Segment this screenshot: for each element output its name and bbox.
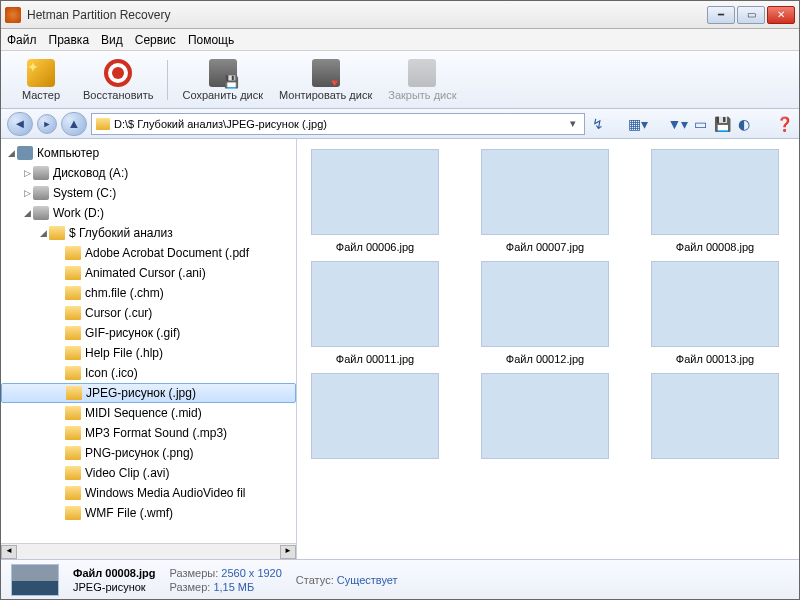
menu-service[interactable]: Сервис bbox=[135, 33, 176, 47]
preview-button[interactable]: ▭ bbox=[691, 115, 709, 133]
tree-toggle[interactable]: ▷ bbox=[21, 168, 33, 178]
tree-drive-a[interactable]: ▷Дисковод (A:) bbox=[1, 163, 296, 183]
wizard-label: Мастер bbox=[22, 89, 60, 101]
tree-folder-7[interactable]: JPEG-рисунок (.jpg) bbox=[1, 383, 296, 403]
folder-icon bbox=[49, 226, 65, 240]
thumbnail-item[interactable]: Файл 00013.jpg bbox=[645, 261, 785, 365]
window-title: Hetman Partition Recovery bbox=[27, 8, 707, 22]
tree-toggle[interactable]: ◢ bbox=[5, 148, 17, 158]
options-button[interactable]: ◐ bbox=[735, 115, 753, 133]
scroll-track[interactable] bbox=[17, 545, 280, 559]
detail-status-label: Статус: bbox=[296, 574, 334, 586]
minimize-button[interactable]: ━ bbox=[707, 6, 735, 24]
thumbnail-image bbox=[481, 149, 609, 235]
tree-folder-0[interactable]: Adobe Acrobat Document (.pdf bbox=[1, 243, 296, 263]
tree-label: PNG-рисунок (.png) bbox=[85, 446, 194, 460]
thumbnail-item[interactable]: Файл 00011.jpg bbox=[305, 261, 445, 365]
tree-folder-2[interactable]: chm.file (.chm) bbox=[1, 283, 296, 303]
thumbnail-item[interactable]: Файл 00012.jpg bbox=[475, 261, 615, 365]
nav-up-button[interactable]: ▲ bbox=[61, 112, 87, 136]
menu-help[interactable]: Помощь bbox=[188, 33, 234, 47]
tree-drive-c[interactable]: ▷System (C:) bbox=[1, 183, 296, 203]
nav-forward-button[interactable]: ► bbox=[37, 114, 57, 134]
tree-label: MIDI Sequence (.mid) bbox=[85, 406, 202, 420]
thumbnail-item[interactable]: Файл 00008.jpg bbox=[645, 149, 785, 253]
tree-drive-d[interactable]: ◢Work (D:) bbox=[1, 203, 296, 223]
tree-label: Help File (.hlp) bbox=[85, 346, 163, 360]
folder-icon bbox=[65, 326, 81, 340]
folder-icon bbox=[65, 366, 81, 380]
tree-folder-8[interactable]: MIDI Sequence (.mid) bbox=[1, 403, 296, 423]
tree-toggle[interactable]: ◢ bbox=[21, 208, 33, 218]
tree-label: Work (D:) bbox=[53, 206, 104, 220]
tree-toggle[interactable]: ▷ bbox=[21, 188, 33, 198]
tree-folder-5[interactable]: Help File (.hlp) bbox=[1, 343, 296, 363]
save-button[interactable]: 💾 bbox=[713, 115, 731, 133]
tree-folder-1[interactable]: Animated Cursor (.ani) bbox=[1, 263, 296, 283]
thumbnail-image bbox=[311, 261, 439, 347]
close-disk-label: Закрыть диск bbox=[388, 89, 456, 101]
drive-icon bbox=[33, 166, 49, 180]
save-disk-label: Сохранить диск bbox=[182, 89, 263, 101]
thumbnail-image bbox=[481, 261, 609, 347]
tree-label: Video Clip (.avi) bbox=[85, 466, 169, 480]
navbar: ◄ ► ▲ D:\$ Глубокий анализ\JPEG-рисунок … bbox=[1, 109, 799, 139]
drive-icon bbox=[33, 206, 49, 220]
menu-view[interactable]: Вид bbox=[101, 33, 123, 47]
address-bar[interactable]: D:\$ Глубокий анализ\JPEG-рисунок (.jpg)… bbox=[91, 113, 585, 135]
restore-label: Восстановить bbox=[83, 89, 153, 101]
tree-label: JPEG-рисунок (.jpg) bbox=[86, 386, 196, 400]
tree-root[interactable]: ◢Компьютер bbox=[1, 143, 296, 163]
tree-folder-13[interactable]: WMF File (.wmf) bbox=[1, 503, 296, 523]
folder-icon bbox=[65, 246, 81, 260]
tree-folder-3[interactable]: Cursor (.cur) bbox=[1, 303, 296, 323]
wand-icon bbox=[27, 59, 55, 87]
restore-button[interactable]: Восстановить bbox=[77, 54, 159, 106]
tree-folder-10[interactable]: PNG-рисунок (.png) bbox=[1, 443, 296, 463]
mount-disk-button[interactable]: Монтировать диск bbox=[273, 54, 378, 106]
menu-edit[interactable]: Правка bbox=[49, 33, 90, 47]
tree-toggle[interactable]: ◢ bbox=[37, 228, 49, 238]
folder-icon bbox=[65, 446, 81, 460]
address-path: D:\$ Глубокий анализ\JPEG-рисунок (.jpg) bbox=[114, 118, 562, 130]
scroll-right-button[interactable]: ► bbox=[280, 545, 296, 559]
tree-label: System (C:) bbox=[53, 186, 116, 200]
menubar: Файл Правка Вид Сервис Помощь bbox=[1, 29, 799, 51]
tree-deep-analysis[interactable]: ◢$ Глубокий анализ bbox=[1, 223, 296, 243]
thumbnail-item[interactable] bbox=[645, 373, 785, 465]
save-disk-button[interactable]: Сохранить диск bbox=[176, 54, 269, 106]
detail-filename: Файл 00008.jpg bbox=[73, 567, 155, 579]
tree-label: Windows Media AudioVideo fil bbox=[85, 486, 246, 500]
maximize-button[interactable]: ▭ bbox=[737, 6, 765, 24]
view-mode-button[interactable]: ▦▾ bbox=[629, 115, 647, 133]
menu-file[interactable]: Файл bbox=[7, 33, 37, 47]
thumbnail-item[interactable] bbox=[305, 373, 445, 465]
thumbnail-image bbox=[311, 149, 439, 235]
filter-button[interactable]: ▼▾ bbox=[669, 115, 687, 133]
tree-folder-6[interactable]: Icon (.ico) bbox=[1, 363, 296, 383]
app-icon bbox=[5, 7, 21, 23]
thumbnail-label: Файл 00011.jpg bbox=[336, 353, 414, 365]
tree-folder-11[interactable]: Video Clip (.avi) bbox=[1, 463, 296, 483]
tree-folder-9[interactable]: MP3 Format Sound (.mp3) bbox=[1, 423, 296, 443]
folder-icon bbox=[65, 506, 81, 520]
thumbnail-item[interactable]: Файл 00007.jpg bbox=[475, 149, 615, 253]
thumbnail-image bbox=[311, 373, 439, 459]
thumbnail-item[interactable]: Файл 00006.jpg bbox=[305, 149, 445, 253]
close-button[interactable]: ✕ bbox=[767, 6, 795, 24]
help-button[interactable]: ❓ bbox=[775, 115, 793, 133]
lifebuoy-icon bbox=[104, 59, 132, 87]
scroll-left-button[interactable]: ◄ bbox=[1, 545, 17, 559]
tree-hscroll[interactable]: ◄ ► bbox=[1, 543, 296, 559]
detail-status-value: Существует bbox=[337, 574, 398, 586]
thumbnail-item[interactable] bbox=[475, 373, 615, 465]
thumbnail-label: Файл 00007.jpg bbox=[506, 241, 584, 253]
nav-back-button[interactable]: ◄ bbox=[7, 112, 33, 136]
detail-thumbnail bbox=[11, 564, 59, 596]
tree-folder-4[interactable]: GIF-рисунок (.gif) bbox=[1, 323, 296, 343]
folder-icon bbox=[65, 266, 81, 280]
tree-folder-12[interactable]: Windows Media AudioVideo fil bbox=[1, 483, 296, 503]
address-dropdown[interactable]: ▾ bbox=[566, 117, 580, 130]
refresh-button[interactable]: ↯ bbox=[589, 115, 607, 133]
wizard-button[interactable]: Мастер bbox=[9, 54, 73, 106]
